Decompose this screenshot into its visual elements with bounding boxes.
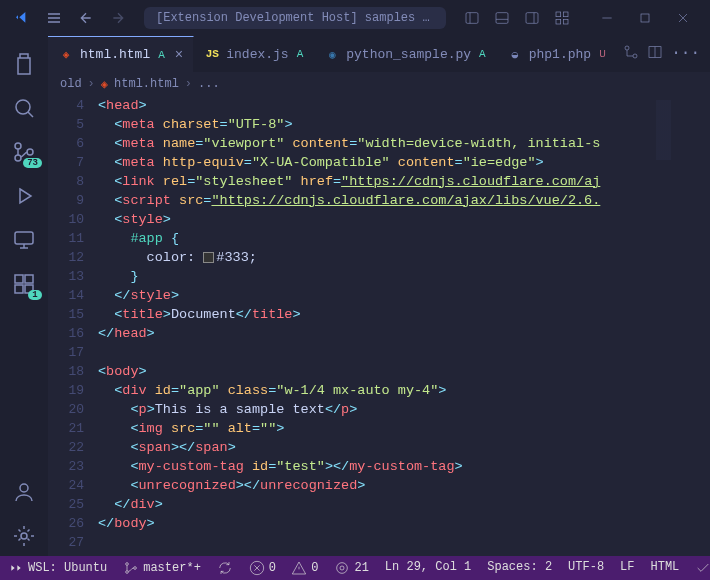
remote-explorer-icon[interactable] — [0, 220, 48, 260]
svg-rect-11 — [641, 14, 649, 22]
git-status-badge: A — [158, 49, 165, 61]
extensions-icon[interactable]: 1 — [0, 264, 48, 304]
status-bar: WSL: Ubuntu master*+ 0 0 21 Ln 29, Col 1… — [0, 556, 710, 580]
accounts-icon[interactable] — [0, 472, 48, 512]
tab-actions: ··· — [623, 44, 710, 65]
breadcrumb-seg[interactable]: html.html — [114, 77, 179, 91]
svg-point-29 — [625, 46, 629, 50]
svg-point-34 — [126, 571, 129, 574]
search-icon[interactable] — [0, 88, 48, 128]
titlebar: [Extension Development Host] samples [WS… — [0, 0, 710, 36]
explorer-icon[interactable] — [0, 44, 48, 84]
py-icon: ◉ — [324, 46, 340, 62]
tab-python_sample-py[interactable]: ◉python_sample.pyA — [314, 36, 496, 72]
svg-point-17 — [15, 155, 21, 161]
ports[interactable]: 21 — [326, 556, 376, 580]
breadcrumb-seg[interactable]: old — [60, 77, 82, 91]
svg-point-40 — [340, 566, 344, 570]
svg-rect-8 — [556, 19, 561, 24]
svg-marker-19 — [20, 189, 31, 203]
compare-changes-icon[interactable] — [623, 44, 639, 65]
chevron-right-icon: › — [88, 77, 95, 91]
php-icon: ◒ — [507, 46, 523, 62]
maximize-button[interactable] — [626, 4, 664, 32]
prettier-status[interactable]: Prettier — [687, 560, 710, 576]
html5-icon: ◈ — [58, 47, 74, 63]
html5-icon: ◈ — [101, 77, 108, 92]
svg-rect-7 — [563, 12, 568, 17]
git-status-badge: A — [297, 48, 304, 60]
svg-rect-2 — [496, 13, 508, 24]
debug-icon[interactable] — [0, 176, 48, 216]
svg-rect-23 — [15, 275, 23, 283]
tab-bar: ◈html.htmlA×JSindex.jsA◉python_sample.py… — [48, 36, 710, 72]
split-editor-icon[interactable] — [647, 44, 663, 65]
encoding[interactable]: UTF-8 — [560, 560, 612, 574]
toggle-panel-icon[interactable] — [488, 4, 516, 32]
activity-bar: 73 1 — [0, 36, 48, 556]
svg-point-41 — [337, 563, 348, 574]
vscode-icon[interactable] — [8, 4, 36, 32]
close-icon[interactable]: × — [175, 47, 183, 63]
problems[interactable]: 0 0 — [241, 556, 327, 580]
tab-label: python_sample.py — [346, 47, 471, 62]
breadcrumb-seg[interactable]: ... — [198, 77, 220, 91]
remote-indicator[interactable]: WSL: Ubuntu — [0, 556, 115, 580]
settings-gear-icon[interactable] — [0, 516, 48, 556]
cursor-position[interactable]: Ln 29, Col 1 — [377, 560, 479, 574]
editor[interactable]: 4567891011121314151617181920212223242526… — [48, 96, 710, 556]
svg-point-35 — [134, 567, 137, 570]
language-mode[interactable]: HTML — [643, 560, 688, 574]
minimap[interactable] — [650, 96, 710, 556]
svg-rect-0 — [466, 13, 478, 24]
svg-rect-6 — [556, 12, 561, 17]
svg-line-15 — [28, 112, 33, 117]
svg-point-33 — [126, 563, 129, 566]
menu-icon[interactable] — [40, 4, 68, 32]
close-button[interactable] — [664, 4, 702, 32]
more-actions-icon[interactable]: ··· — [671, 44, 700, 65]
git-status-badge: U — [599, 48, 606, 60]
svg-rect-25 — [15, 285, 23, 293]
nav-forward-icon[interactable] — [104, 4, 132, 32]
svg-rect-4 — [526, 13, 538, 24]
git-branch[interactable]: master*+ — [115, 556, 209, 580]
svg-rect-24 — [25, 275, 33, 283]
svg-point-14 — [16, 100, 30, 114]
customize-layout-icon[interactable] — [548, 4, 576, 32]
js-icon: JS — [204, 46, 220, 62]
svg-rect-9 — [563, 19, 568, 24]
line-number-gutter: 4567891011121314151617181920212223242526… — [48, 96, 98, 556]
tab-php1-php[interactable]: ◒php1.phpU — [497, 36, 617, 72]
scm-badge: 73 — [23, 158, 42, 168]
chevron-right-icon: › — [185, 77, 192, 91]
git-sync[interactable] — [209, 556, 241, 580]
window-title[interactable]: [Extension Development Host] samples [WS… — [144, 7, 446, 29]
indentation[interactable]: Spaces: 2 — [479, 560, 560, 574]
extensions-badge: 1 — [28, 290, 42, 300]
svg-point-27 — [20, 484, 28, 492]
git-status-badge: A — [479, 48, 486, 60]
tab-html-html[interactable]: ◈html.htmlA× — [48, 36, 194, 72]
svg-point-30 — [633, 54, 637, 58]
toggle-secondary-sidebar-icon[interactable] — [518, 4, 546, 32]
toggle-primary-sidebar-icon[interactable] — [458, 4, 486, 32]
breadcrumb[interactable]: old › ◈ html.html › ... — [48, 72, 710, 96]
code-content[interactable]: <head> <meta charset="UTF-8"> <meta name… — [98, 96, 650, 556]
source-control-icon[interactable]: 73 — [0, 132, 48, 172]
minimize-button[interactable] — [588, 4, 626, 32]
nav-back-icon[interactable] — [72, 4, 100, 32]
svg-point-16 — [15, 143, 21, 149]
svg-rect-20 — [15, 232, 33, 244]
tab-label: html.html — [80, 47, 150, 62]
eol[interactable]: LF — [612, 560, 642, 574]
tab-index-js[interactable]: JSindex.jsA — [194, 36, 314, 72]
svg-point-28 — [21, 533, 27, 539]
tab-label: index.js — [226, 47, 288, 62]
tab-label: php1.php — [529, 47, 591, 62]
